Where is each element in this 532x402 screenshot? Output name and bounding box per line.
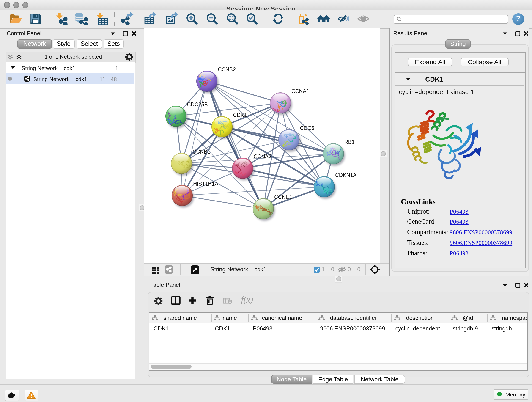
svg-text:HIST1H1A: HIST1H1A <box>193 181 219 187</box>
svg-text:CCNB2: CCNB2 <box>218 66 236 72</box>
svg-text:CCNE1: CCNE1 <box>274 194 292 200</box>
svg-text:CCNB1: CCNB1 <box>192 149 210 155</box>
svg-text:CDC25B: CDC25B <box>187 102 208 108</box>
svg-text:CDK1: CDK1 <box>233 112 247 118</box>
svg-text:CCNA1: CCNA1 <box>291 88 309 94</box>
svg-text:CDKN1A: CDKN1A <box>335 172 357 178</box>
svg-text:CCNA2: CCNA2 <box>254 153 272 160</box>
svg-text:RB1: RB1 <box>344 139 355 145</box>
svg-text:CDC6: CDC6 <box>300 125 314 131</box>
